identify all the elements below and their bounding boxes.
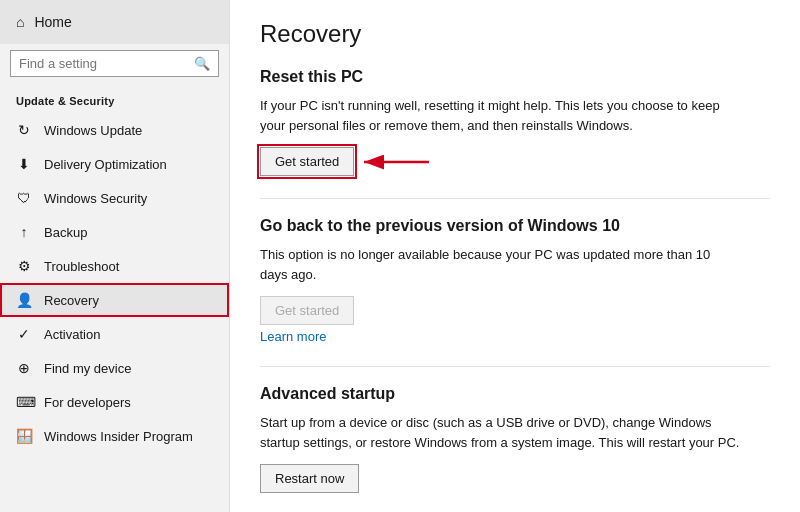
- windows-security-icon: 🛡: [16, 190, 32, 206]
- reset-section-title: Reset this PC: [260, 68, 770, 86]
- search-input[interactable]: [19, 56, 188, 71]
- learn-more-link[interactable]: Learn more: [260, 329, 326, 344]
- search-box[interactable]: 🔍: [10, 50, 219, 77]
- search-icon: 🔍: [194, 56, 210, 71]
- nav-label: Activation: [44, 327, 100, 342]
- windows-insider-icon: 🪟: [16, 428, 32, 444]
- nav-label: Delivery Optimization: [44, 157, 167, 172]
- sidebar: ⌂ Home 🔍 Update & Security ↻ Windows Upd…: [0, 0, 230, 512]
- developers-icon: ⌨: [16, 394, 32, 410]
- get-started-row: Get started: [260, 147, 770, 180]
- nav-label: Windows Insider Program: [44, 429, 193, 444]
- sidebar-item-windows-update[interactable]: ↻ Windows Update: [0, 113, 229, 147]
- divider-2: [260, 366, 770, 367]
- main-content: Recovery Reset this PC If your PC isn't …: [230, 0, 800, 512]
- sidebar-item-windows-security[interactable]: 🛡 Windows Security: [0, 181, 229, 215]
- divider-1: [260, 198, 770, 199]
- sidebar-item-backup[interactable]: ↑ Backup: [0, 215, 229, 249]
- activation-icon: ✓: [16, 326, 32, 342]
- nav-label: Recovery: [44, 293, 99, 308]
- advanced-section-desc: Start up from a device or disc (such as …: [260, 413, 740, 452]
- nav-label: For developers: [44, 395, 131, 410]
- advanced-section-title: Advanced startup: [260, 385, 770, 403]
- go-back-get-started-button: Get started: [260, 296, 354, 325]
- sidebar-item-recovery[interactable]: 👤 Recovery: [0, 283, 229, 317]
- sidebar-item-delivery-optimization[interactable]: ⬇ Delivery Optimization: [0, 147, 229, 181]
- delivery-optimization-icon: ⬇: [16, 156, 32, 172]
- windows-update-icon: ↻: [16, 122, 32, 138]
- sidebar-item-home[interactable]: ⌂ Home: [0, 0, 229, 44]
- section-label: Update & Security: [0, 87, 229, 113]
- reset-get-started-button[interactable]: Get started: [260, 147, 354, 176]
- nav-label: Windows Security: [44, 191, 147, 206]
- nav-label: Windows Update: [44, 123, 142, 138]
- sidebar-item-troubleshoot[interactable]: ⚙ Troubleshoot: [0, 249, 229, 283]
- backup-icon: ↑: [16, 224, 32, 240]
- red-arrow-icon: [354, 148, 434, 179]
- go-back-section-desc: This option is no longer available becau…: [260, 245, 740, 284]
- nav-label: Backup: [44, 225, 87, 240]
- find-device-icon: ⊕: [16, 360, 32, 376]
- restart-now-button[interactable]: Restart now: [260, 464, 359, 493]
- sidebar-item-find-my-device[interactable]: ⊕ Find my device: [0, 351, 229, 385]
- troubleshoot-icon: ⚙: [16, 258, 32, 274]
- sidebar-item-for-developers[interactable]: ⌨ For developers: [0, 385, 229, 419]
- nav-label: Find my device: [44, 361, 131, 376]
- home-icon: ⌂: [16, 14, 24, 30]
- home-label: Home: [34, 14, 71, 30]
- go-back-section-title: Go back to the previous version of Windo…: [260, 217, 770, 235]
- recovery-icon: 👤: [16, 292, 32, 308]
- nav-label: Troubleshoot: [44, 259, 119, 274]
- sidebar-item-windows-insider[interactable]: 🪟 Windows Insider Program: [0, 419, 229, 453]
- reset-section-desc: If your PC isn't running well, resetting…: [260, 96, 740, 135]
- sidebar-item-activation[interactable]: ✓ Activation: [0, 317, 229, 351]
- page-title: Recovery: [260, 20, 770, 48]
